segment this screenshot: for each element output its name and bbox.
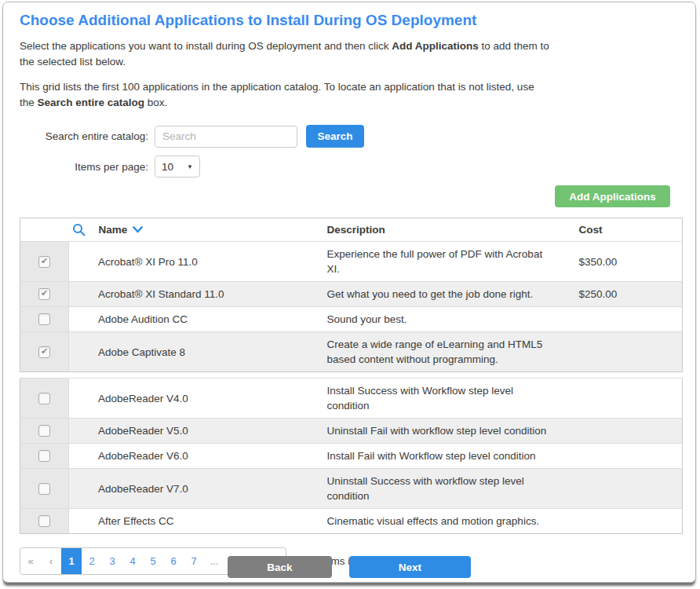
app-description: Cinematic visual effects and motion grap… bbox=[319, 509, 568, 534]
table-row[interactable]: Acrobat® XI Pro 11.0 Experience the full… bbox=[20, 242, 683, 282]
app-name: Adobe Audition CC bbox=[69, 307, 319, 332]
app-cost bbox=[568, 379, 683, 419]
app-cost bbox=[568, 332, 683, 372]
row-checkbox[interactable] bbox=[38, 515, 50, 527]
app-description: Sound your best. bbox=[319, 307, 568, 332]
search-catalog-label: Search entire catalog: bbox=[20, 130, 155, 142]
app-description: Uninstall Fail with workflow step level … bbox=[319, 419, 568, 444]
items-per-page-value: 10 bbox=[162, 161, 173, 173]
app-cost bbox=[568, 307, 683, 332]
row-checkbox[interactable] bbox=[38, 450, 50, 462]
cost-column-header[interactable]: Cost bbox=[568, 218, 683, 242]
table-row[interactable]: Acrobat® XI Standard 11.0 Get what you n… bbox=[20, 282, 683, 307]
name-column-header[interactable]: Name bbox=[69, 218, 319, 242]
row-checkbox[interactable] bbox=[38, 288, 50, 300]
app-name: AdobeReader V7.0 bbox=[69, 469, 319, 509]
back-button[interactable]: Back bbox=[228, 556, 332, 578]
app-description: Create a wide range of eLearning and HTM… bbox=[319, 332, 568, 372]
app-name: Acrobat® XI Standard 11.0 bbox=[69, 282, 319, 307]
table-row[interactable]: AdobeReader V7.0 Uninstall Success with … bbox=[20, 469, 683, 509]
app-description: Install Success with Workflow step level… bbox=[319, 379, 568, 419]
app-cost: $350.00 bbox=[568, 242, 683, 282]
app-name: AdobeReader V6.0 bbox=[69, 444, 319, 469]
app-description: Install Fail with Workflow step level co… bbox=[319, 444, 568, 469]
row-checkbox[interactable] bbox=[38, 425, 50, 437]
next-button[interactable]: Next bbox=[349, 556, 471, 578]
app-name: AdobeReader V5.0 bbox=[69, 419, 319, 444]
row-checkbox[interactable] bbox=[38, 346, 50, 358]
table-row[interactable]: Adobe Captivate 8 Create a wide range of… bbox=[20, 332, 683, 372]
search-button[interactable]: Search bbox=[306, 125, 364, 148]
applications-table-continued: AdobeReader V4.0 Install Success with Wo… bbox=[20, 378, 683, 534]
row-checkbox[interactable] bbox=[38, 256, 50, 268]
checkbox-column-header bbox=[20, 218, 69, 242]
search-icon[interactable] bbox=[72, 223, 86, 236]
table-row[interactable]: AdobeReader V4.0 Install Success with Wo… bbox=[20, 379, 683, 419]
app-name: Acrobat® XI Pro 11.0 bbox=[69, 242, 319, 282]
page-title: Choose Additional Applications to Instal… bbox=[20, 12, 679, 29]
app-cost bbox=[568, 469, 683, 509]
intro-paragraph-2: This grid lists the first 100 applicatio… bbox=[20, 79, 549, 111]
chevron-down-icon: ▼ bbox=[187, 163, 193, 170]
intro-paragraph-1: Select the applications you want to inst… bbox=[20, 38, 549, 70]
row-checkbox[interactable] bbox=[38, 483, 50, 495]
app-description: Uninstall Success with workflow step lev… bbox=[319, 469, 568, 509]
app-cost bbox=[568, 509, 683, 534]
app-name: Adobe Captivate 8 bbox=[69, 332, 319, 372]
app-description: Experience the full power of PDF with Ac… bbox=[319, 242, 568, 282]
table-row[interactable]: AdobeReader V6.0 Install Fail with Workf… bbox=[20, 444, 683, 469]
table-row[interactable]: AdobeReader V5.0 Uninstall Fail with wor… bbox=[20, 419, 683, 444]
app-name: AdobeReader V4.0 bbox=[69, 379, 319, 419]
row-checkbox[interactable] bbox=[38, 393, 50, 404]
app-cost: $250.00 bbox=[568, 282, 683, 307]
search-input[interactable] bbox=[155, 126, 297, 148]
app-cost bbox=[568, 419, 683, 444]
app-cost bbox=[568, 444, 683, 469]
table-row[interactable]: After Effects CC Cinematic visual effect… bbox=[20, 509, 683, 534]
items-per-page-label: Items per page: bbox=[20, 161, 155, 173]
dialog-window: Choose Additional Applications to Instal… bbox=[2, 2, 696, 583]
row-checkbox[interactable] bbox=[38, 313, 50, 325]
app-description: Get what you need to get the job done ri… bbox=[319, 282, 568, 307]
table-header-row: Name Description Cost bbox=[20, 218, 683, 242]
sort-descending-icon bbox=[133, 226, 143, 233]
add-applications-button[interactable]: Add Applications bbox=[555, 185, 670, 207]
table-row[interactable]: Adobe Audition CC Sound your best. bbox=[20, 307, 683, 332]
app-name: After Effects CC bbox=[69, 509, 319, 534]
description-column-header[interactable]: Description bbox=[319, 218, 568, 242]
applications-table: Name Description Cost Acrobat® XI Pro 11… bbox=[20, 218, 683, 372]
items-per-page-select[interactable]: 10 ▼ bbox=[155, 155, 200, 177]
